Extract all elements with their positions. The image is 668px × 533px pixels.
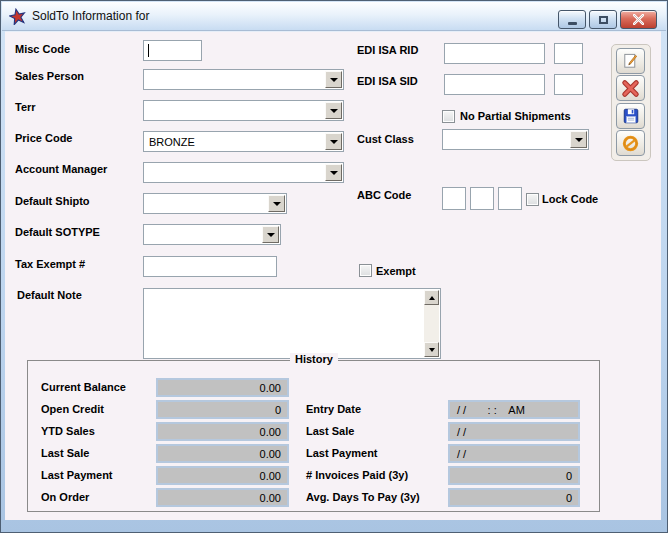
misc-code-label: Misc Code [15, 42, 70, 56]
floppy-disk-icon [622, 107, 640, 125]
current-balance-value: 0.00 [156, 378, 289, 397]
minimize-icon [568, 22, 577, 25]
maximize-button[interactable] [589, 10, 617, 29]
last-payment-value: 0.00 [156, 466, 289, 485]
no-partial-shipments-checkbox[interactable] [442, 110, 455, 123]
scrollbar[interactable] [424, 290, 439, 357]
window-controls [558, 10, 657, 29]
exempt-checkbox[interactable] [359, 264, 372, 277]
star-icon [9, 8, 26, 25]
exempt-label: Exempt [376, 265, 416, 277]
edit-button[interactable] [616, 48, 645, 74]
tax-exempt-label: Tax Exempt # [15, 257, 85, 271]
save-button[interactable] [616, 103, 645, 129]
close-icon [633, 14, 644, 25]
invoices-paid-value: 0 [448, 466, 580, 485]
on-order-label: On Order [41, 490, 89, 504]
open-credit-value: 0 [156, 400, 289, 419]
close-button[interactable] [620, 10, 657, 29]
price-code-value: BRONZE [149, 136, 195, 148]
delete-button[interactable] [616, 75, 645, 101]
abc-code-box3[interactable] [498, 187, 522, 210]
edi-isa-sid-input[interactable] [444, 74, 545, 95]
entry-date-value: / / : : AM [448, 400, 580, 419]
chevron-down-icon[interactable] [325, 102, 342, 119]
edi-isa-sid-label: EDI ISA SID [357, 74, 418, 88]
edi-isa-rid-input[interactable] [444, 43, 545, 64]
scroll-down-icon[interactable] [424, 342, 439, 357]
price-code-select[interactable]: BRONZE [143, 131, 344, 152]
account-manager-label: Account Manager [15, 162, 107, 176]
chevron-down-icon[interactable] [570, 131, 587, 148]
window-frame: SoldTo Information for Misc Code Sales P… [0, 0, 668, 533]
lock-code-label: Lock Code [542, 193, 598, 205]
cust-class-label: Cust Class [357, 132, 414, 146]
default-shipto-label: Default Shipto [15, 194, 90, 208]
hist-last-payment-label: Last Payment [306, 446, 378, 460]
last-payment-label: Last Payment [41, 468, 113, 482]
price-code-label: Price Code [15, 131, 72, 145]
minimize-button[interactable] [558, 10, 586, 29]
window-title: SoldTo Information for [32, 9, 149, 23]
misc-code-input[interactable] [143, 40, 202, 61]
abc-code-box1[interactable] [442, 187, 466, 210]
current-balance-label: Current Balance [41, 380, 126, 394]
edi-isa-rid-qualifier-input[interactable] [554, 43, 583, 64]
ytd-sales-value: 0.00 [156, 422, 289, 441]
sales-person-label: Sales Person [15, 69, 84, 83]
hist-last-sale-label: Last Sale [306, 424, 354, 438]
red-x-icon [621, 79, 640, 98]
terr-label: Terr [15, 100, 36, 114]
titlebar[interactable]: SoldTo Information for [2, 2, 666, 31]
sales-person-select[interactable] [143, 69, 344, 90]
chevron-down-icon[interactable] [325, 133, 342, 150]
open-credit-label: Open Credit [41, 402, 104, 416]
chevron-down-icon[interactable] [325, 164, 342, 181]
default-sotype-label: Default SOTYPE [15, 225, 100, 239]
default-note-label: Default Note [17, 288, 82, 302]
last-sale-label: Last Sale [41, 446, 89, 460]
chevron-down-icon[interactable] [262, 226, 279, 243]
account-manager-select[interactable] [143, 162, 344, 183]
prohibition-icon [621, 134, 640, 153]
cancel-button[interactable] [616, 130, 645, 156]
chevron-down-icon[interactable] [325, 71, 342, 88]
edit-page-pencil-icon [621, 52, 640, 71]
hist-last-payment-value: / / [448, 444, 580, 463]
last-sale-value: 0.00 [156, 444, 289, 463]
chevron-down-icon[interactable] [268, 195, 285, 212]
abc-code-box2[interactable] [470, 187, 494, 210]
ytd-sales-label: YTD Sales [41, 424, 95, 438]
terr-select[interactable] [143, 100, 344, 121]
on-order-value: 0.00 [156, 488, 289, 507]
edi-isa-rid-label: EDI ISA RID [357, 43, 418, 57]
edi-isa-sid-qualifier-input[interactable] [554, 74, 583, 95]
scroll-up-icon[interactable] [424, 290, 439, 305]
dialog-body: Misc Code Sales Person Terr Price Code A… [5, 31, 661, 520]
avg-days-to-pay-label: Avg. Days To Pay (3y) [306, 490, 420, 504]
maximize-icon [599, 16, 608, 24]
invoices-paid-label: # Invoices Paid (3y) [306, 468, 408, 482]
tax-exempt-input[interactable] [143, 256, 277, 277]
history-legend: History [290, 353, 338, 365]
lock-code-checkbox[interactable] [526, 193, 539, 206]
entry-date-label: Entry Date [306, 402, 361, 416]
abc-code-label: ABC Code [357, 188, 411, 202]
no-partial-shipments-label: No Partial Shipments [460, 110, 571, 122]
avg-days-to-pay-value: 0 [448, 488, 580, 507]
default-shipto-select[interactable] [143, 193, 287, 214]
default-note-textarea[interactable] [143, 288, 441, 359]
hist-last-sale-value: / / [448, 422, 580, 441]
text-caret [148, 44, 149, 57]
default-sotype-select[interactable] [143, 224, 281, 245]
cust-class-select[interactable] [442, 129, 589, 150]
